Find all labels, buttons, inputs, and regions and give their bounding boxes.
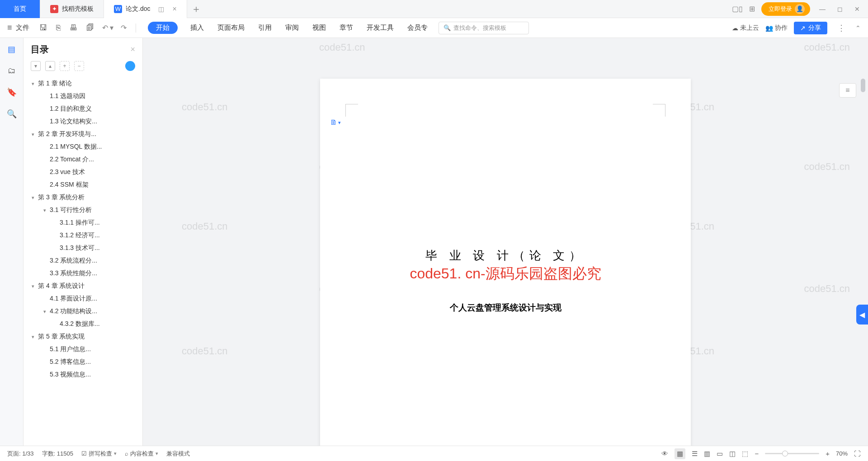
zoom-in-button[interactable]: +	[826, 450, 830, 457]
document-page[interactable]: 🗎 ▾ 毕 业 设 计（论 文） 个人云盘管理系统设计与实现	[320, 79, 691, 446]
page-options-icon[interactable]: 🗎 ▾	[330, 118, 341, 127]
ai-assistant-icon[interactable]	[125, 61, 135, 71]
outline-item[interactable]: 4.3.2 数据库...	[27, 318, 139, 330]
watermark: code51.cn	[804, 42, 850, 53]
ribbon-tab-review[interactable]: 审阅	[284, 22, 300, 34]
outline-item[interactable]: 1.3 论文结构安...	[27, 115, 139, 128]
outline-item[interactable]: 1.1 选题动因	[27, 90, 139, 103]
outline-item[interactable]: 3.1.3 技术可...	[27, 242, 139, 254]
fullscreen-icon[interactable]: ⛶	[854, 450, 861, 457]
outline-item[interactable]: 5.2 博客信息...	[27, 356, 139, 368]
view-page-icon[interactable]: ▦	[675, 448, 685, 459]
remove-item-button[interactable]: −	[74, 61, 84, 71]
structure-icon[interactable]: 🗂	[8, 66, 16, 75]
zoom-thumb[interactable]	[782, 451, 788, 456]
outline-item[interactable]: ▾3.1 可行性分析	[27, 204, 139, 216]
outline-item[interactable]: 2.1 MYSQL 数据...	[27, 141, 139, 153]
outline-item[interactable]: ▾第 4 章 系统设计	[27, 280, 139, 292]
bookmark-icon[interactable]: 🔖	[7, 87, 17, 97]
preview-icon[interactable]: 🗐	[84, 24, 97, 33]
content-check[interactable]: ⌕内容检查 ▾	[125, 450, 158, 458]
more-icon[interactable]: ⋮	[834, 23, 849, 33]
collab-button[interactable]: 👥协作	[765, 24, 788, 32]
outline-item[interactable]: 5.1 用户信息...	[27, 343, 139, 356]
apps-icon[interactable]: ⊞	[749, 5, 755, 13]
command-search[interactable]: 🔍 查找命令、搜索模板	[439, 22, 529, 34]
page-indicator[interactable]: 页面: 1/33	[7, 450, 34, 458]
outline-item[interactable]: ▾第 2 章 开发环境与...	[27, 128, 139, 141]
dual-view-icon[interactable]: ◫	[158, 5, 164, 13]
undo-button[interactable]: ↶ ▾	[100, 24, 115, 32]
close-panel-icon[interactable]: ×	[130, 45, 135, 54]
zoom-out-button[interactable]: −	[755, 450, 759, 457]
ribbon-tab-layout[interactable]: 页面布局	[217, 22, 245, 34]
scrollbar[interactable]	[861, 79, 866, 446]
new-tab-button[interactable]: ＋	[187, 2, 205, 16]
outline-item[interactable]: ▾第 5 章 系统实现	[27, 330, 139, 343]
add-item-button[interactable]: +	[60, 61, 70, 71]
outline-item[interactable]: 3.1.1 操作可...	[27, 216, 139, 229]
ribbon-tab-section[interactable]: 章节	[339, 22, 354, 34]
ribbon-tab-reference[interactable]: 引用	[257, 22, 273, 34]
tab-templates[interactable]: ✦ 找稻壳模板	[40, 0, 104, 18]
close-button[interactable]: ✕	[852, 5, 863, 13]
outline-item[interactable]: 1.2 目的和意义	[27, 103, 139, 115]
view-outline-icon[interactable]: ☰	[692, 450, 698, 458]
zoom-level[interactable]: 70%	[836, 450, 848, 457]
ribbon-tab-member[interactable]: 会员专	[406, 22, 429, 34]
tab-bar: 首页 ✦ 找稻壳模板 W 论文.doc ◫ × ＋ ▢▯ ⊞ 立即登录 👤 — …	[0, 0, 868, 18]
layout-icon[interactable]: ▢▯	[732, 5, 743, 13]
ribbon-tabs: 开始 插入 页面布局 引用 审阅 视图 章节 开发工具 会员专	[148, 22, 429, 34]
outline-item[interactable]: 5.3 视频信息...	[27, 368, 139, 381]
ribbon-tab-view[interactable]: 视图	[311, 22, 327, 34]
redo-button[interactable]: ↷	[119, 24, 128, 32]
outline-item[interactable]: ▾第 3 章 系统分析	[27, 191, 139, 204]
avatar-icon: 👤	[795, 4, 805, 14]
minimize-button[interactable]: —	[816, 5, 828, 13]
search-rail-icon[interactable]: 🔍	[7, 109, 17, 119]
ribbon-tab-insert[interactable]: 插入	[189, 22, 205, 34]
compat-mode[interactable]: 兼容模式	[166, 450, 190, 458]
tab-home[interactable]: 首页	[0, 0, 40, 18]
login-button[interactable]: 立即登录 👤	[761, 2, 810, 16]
outline-item[interactable]: 3.1.2 经济可...	[27, 229, 139, 242]
eye-icon[interactable]: 👁	[661, 450, 668, 457]
document-subtitle: 个人云盘管理系统设计与实现	[320, 302, 691, 314]
zoom-fit-icon[interactable]: ⬚	[742, 450, 748, 458]
expand-all-button[interactable]: ▴	[45, 61, 55, 71]
print-icon[interactable]: 🖶	[67, 24, 80, 33]
side-panel-toggle[interactable]: ≡	[839, 83, 856, 98]
ruler-icon[interactable]: ◫	[729, 450, 736, 458]
tab-document[interactable]: W 论文.doc ◫ ×	[104, 0, 187, 18]
outline-item[interactable]: ▾4.2 功能结构设...	[27, 305, 139, 318]
outline-item[interactable]: 2.2 Tomcat 介...	[27, 153, 139, 166]
view-read-icon[interactable]: ▭	[717, 450, 723, 458]
ribbon-tab-devtools[interactable]: 开发工具	[366, 22, 395, 34]
zoom-slider[interactable]	[765, 453, 819, 454]
outline-icon[interactable]: ▤	[8, 44, 15, 54]
spellcheck-toggle[interactable]: ☑拼写检查 ▾	[81, 450, 117, 458]
outline-item[interactable]: 4.1 界面设计原...	[27, 292, 139, 305]
maximize-button[interactable]: ◻	[835, 5, 845, 13]
collapse-ribbon-icon[interactable]: ⌃	[855, 24, 861, 32]
outline-item[interactable]: 3.3 系统性能分...	[27, 267, 139, 280]
outline-item[interactable]: 2.4 SSM 框架	[27, 179, 139, 191]
watermark: code51.cn	[182, 221, 228, 232]
menu-icon[interactable]: ≡	[7, 23, 12, 33]
close-icon[interactable]: ×	[172, 5, 176, 13]
export-icon[interactable]: ⎘	[53, 24, 63, 33]
outline-item[interactable]: ▾第 1 章 绪论	[27, 77, 139, 90]
save-icon[interactable]: 🖫	[37, 24, 50, 33]
file-menu[interactable]: 文件	[16, 24, 29, 32]
collapse-all-button[interactable]: ▾	[31, 61, 41, 71]
ribbon-tab-start[interactable]: 开始	[148, 22, 178, 34]
word-count[interactable]: 字数: 11505	[42, 450, 73, 458]
outline-item[interactable]: 3.2 系统流程分...	[27, 254, 139, 267]
scroll-thumb[interactable]	[861, 79, 865, 92]
share-button[interactable]: ↗分享	[794, 22, 827, 34]
word-icon: W	[114, 5, 122, 13]
divider	[136, 24, 136, 33]
cloud-status[interactable]: ☁未上云	[732, 24, 759, 32]
view-web-icon[interactable]: ▥	[704, 450, 710, 458]
outline-item[interactable]: 2.3 vue 技术	[27, 166, 139, 179]
